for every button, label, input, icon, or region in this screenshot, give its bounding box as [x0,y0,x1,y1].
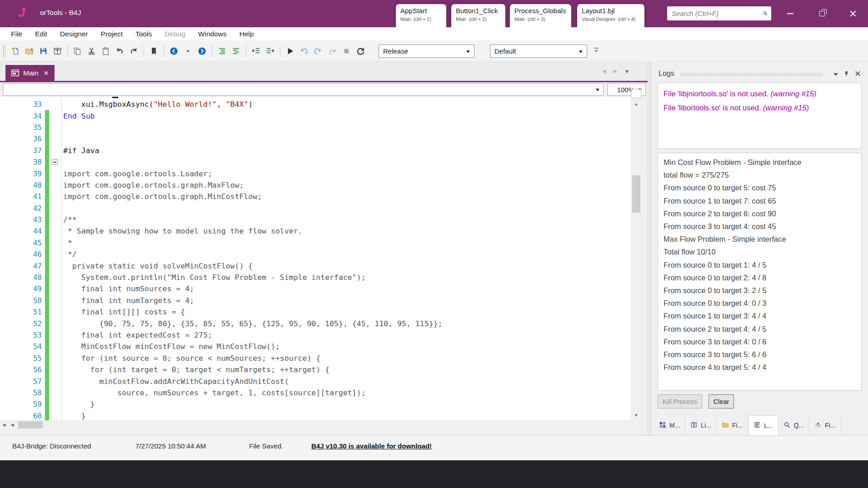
panel-menu-button[interactable] [833,72,838,76]
code-line[interactable]: 54 MinCostFlow minCostFlow = new MinCost… [0,341,631,352]
toolbar-grip[interactable] [3,45,5,57]
menu-help[interactable]: Help [233,29,260,40]
menu-designer[interactable]: Designer [54,29,95,40]
kill-process-button[interactable]: Kill Process [658,394,702,408]
code-line[interactable]: 39import com.google.ortools.Loader; [0,168,631,179]
close-button[interactable] [842,0,864,27]
code-line[interactable]: 49 final int numSources = 4; [0,283,631,294]
uncomment-icon[interactable] [264,45,276,57]
code-line[interactable]: 44 * Sample showing how to model using t… [0,225,631,237]
build-configuration-select[interactable]: Release [379,45,474,58]
stop-icon[interactable] [341,45,353,57]
ide-search-input[interactable] [672,10,763,17]
code-line[interactable]: 47 private static void solveMinCostFlow(… [0,260,631,271]
package-icon[interactable] [52,45,64,57]
save-icon[interactable] [38,45,50,57]
toolbar-overflow-button[interactable] [592,47,600,56]
panel-tab-logs[interactable]: L... [748,415,778,435]
code-line[interactable]: 59 } [0,398,631,410]
code-line[interactable]: 41import com.google.ortools.graph.MinCos… [0,191,631,202]
cut-icon[interactable] [86,45,98,57]
nav-back-icon[interactable] [168,45,180,57]
step-into-icon[interactable] [313,45,324,57]
menu-project[interactable]: Project [95,29,129,40]
panel-tab-libraries[interactable]: Li... [685,415,717,435]
clear-logs-button[interactable]: Clear [708,394,734,408]
vertical-scroll-thumb[interactable] [632,175,640,213]
nav-forward-icon[interactable] [196,45,208,57]
open-project-icon[interactable] [24,45,35,57]
undo-icon[interactable] [114,45,126,57]
code-line[interactable]: 57 minCostFlow.addArcWithCapacityAndUnit… [0,375,631,387]
code-line[interactable]: 38 [0,156,631,168]
logs-panel-header[interactable]: Logs [651,62,868,83]
paste-icon[interactable] [100,45,112,57]
code-line[interactable]: 52 {90, 75, 75, 80}, {35, 85, 55, 65}, {… [0,318,631,329]
copy-icon[interactable] [72,45,84,57]
quick-tab-button1_click[interactable]: Button1_ClickMain (ctrl + 2) [451,4,505,27]
log-output-box[interactable]: Min Cost Flow Problem - Simple interface… [658,153,862,391]
horizontal-scroll-thumb[interactable] [18,421,43,428]
step-over-icon[interactable] [327,45,339,57]
tab-scroll-left-icon[interactable]: ◀ [602,68,606,74]
menu-tools[interactable]: Tools [129,29,158,40]
profile-select[interactable]: Default [490,45,587,58]
run-icon[interactable] [284,45,296,57]
code-line[interactable]: 58 source, numSources + target, 1, costs… [0,387,631,398]
code-line[interactable]: 40import com.google.ortools.graph.MaxFlo… [0,179,631,191]
panel-pin-button[interactable] [843,71,849,77]
tab-list-icon[interactable]: ▼ [624,69,629,74]
editor-horizontal-scrollbar[interactable]: ◀ ▶ [0,420,631,429]
redo-icon[interactable] [128,45,140,57]
quick-tab-appstart[interactable]: AppStartMain (ctrl + 1) [396,4,446,27]
code-line[interactable]: 46 */ [0,249,631,260]
restore-button[interactable] [811,0,833,27]
panel-tab-files[interactable]: Fi... [717,415,748,435]
member-select[interactable] [3,83,604,96]
code-line[interactable]: 35 [0,122,631,133]
panel-drag-handle[interactable] [680,73,823,77]
scroll-up-icon[interactable]: ▲ [631,99,641,109]
code-line[interactable]: 43/** [0,214,631,225]
format-indent-icon[interactable] [216,45,228,57]
tab-main[interactable]: Main ✕ [5,65,55,81]
code-line[interactable]: 55 for (int source = 0; source < numSour… [0,353,631,364]
menu-windows[interactable]: Windows [192,29,233,40]
dropdown-small-icon[interactable] [182,45,194,57]
menu-file[interactable]: File [5,29,29,40]
tab-scroll-right-icon[interactable]: ▶ [614,68,617,74]
update-download-link[interactable]: B4J v10.30 is available for download! [311,442,432,450]
fold-collapse-icon[interactable] [52,159,58,165]
panel-splitter[interactable] [648,62,651,435]
panel-close-button[interactable] [855,71,861,77]
code-line[interactable]: 42 [0,203,631,214]
code-editor[interactable]: 33 xui.MsgboxAsync("Hello World!", "B4X"… [0,97,631,422]
editor-split-handle[interactable] [631,89,641,98]
code-line[interactable]: 36 [0,133,631,144]
resume-icon[interactable] [299,45,310,57]
tab-close-icon[interactable]: ✕ [44,70,49,77]
quick-tab-layout1.bjl[interactable]: Layout1.bjlVisual Designer (ctrl + 4) [577,4,644,27]
code-line[interactable]: 48 System.out.println("Min Cost Flow Pro… [0,272,631,283]
code-line[interactable]: 53 final int expectedCost = 275; [0,329,631,341]
panel-tab-find-references[interactable]: Fi... [809,415,841,435]
menu-edit[interactable]: Edit [29,29,54,40]
ide-search-box[interactable] [667,6,771,20]
code-line[interactable]: 33 xui.MsgboxAsync("Hello World!", "B4X"… [0,99,631,110]
scroll-down-icon[interactable]: ▼ [631,410,641,420]
format-outdent-icon[interactable] [230,45,242,57]
restart-icon[interactable] [355,45,367,57]
comment-icon[interactable] [250,45,262,57]
scroll-right-icon[interactable]: ▶ [0,420,10,429]
editor-vertical-scrollbar[interactable]: ▲ ▼ [631,89,642,420]
code-line[interactable]: 56 for (int target = 0; target < numTarg… [0,364,631,375]
code-line[interactable]: 45 * [0,237,631,249]
code-line[interactable]: 34End Sub [0,110,631,121]
menu-debug[interactable]: Debug [158,29,192,40]
code-line[interactable]: 51 final int[][] costs = { [0,306,631,318]
code-line[interactable]: 50 final int numTargets = 4; [0,295,631,306]
log-warnings-box[interactable]: File 'libjniortools.so' is not used. (wa… [658,83,862,149]
bookmark-icon[interactable] [148,45,160,57]
panel-tab-quick-search[interactable]: Q... [778,415,810,435]
new-file-icon[interactable] [10,45,21,57]
